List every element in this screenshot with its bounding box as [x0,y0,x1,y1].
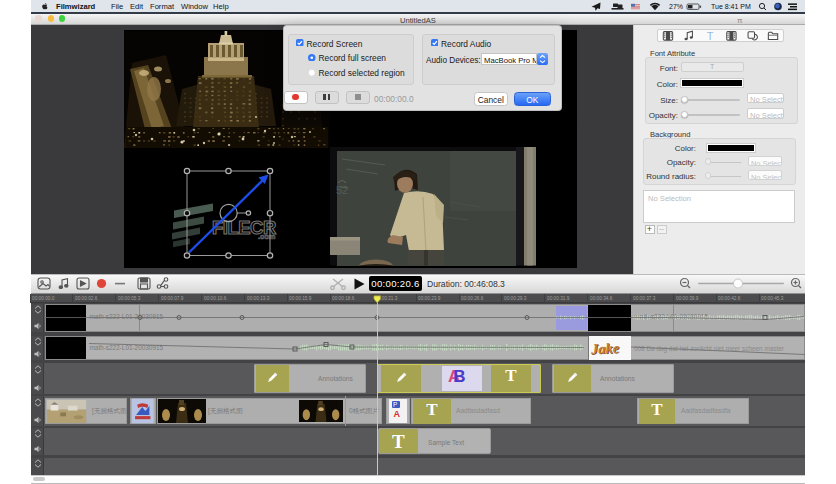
svg-text:T: T [706,30,713,42]
svg-text:.com: .com [258,232,276,241]
svg-text:A: A [394,409,401,419]
svg-text:P: P [393,401,397,408]
svg-text:27%: 27% [669,3,683,10]
svg-text:Tue 8:41 PM: Tue 8:41 PM [711,3,751,10]
